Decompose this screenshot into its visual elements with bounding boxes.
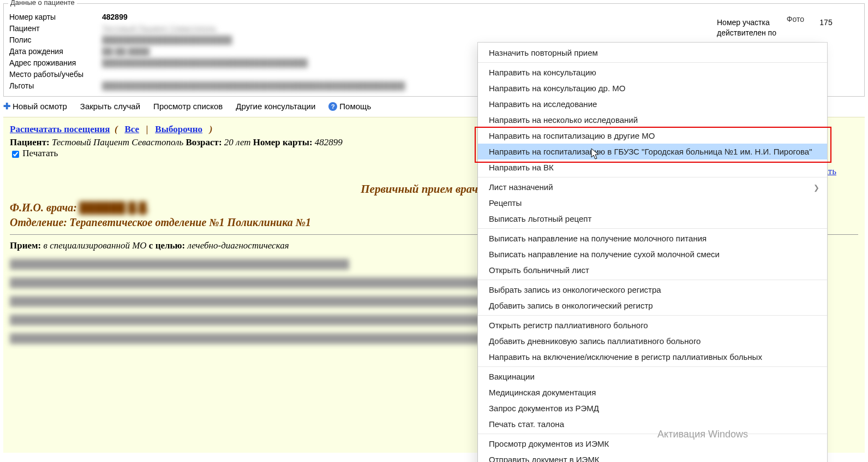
menu-separator [478, 228, 827, 229]
dept-value: Терапевтическое отделение №1 Поликлиника… [69, 216, 311, 228]
menu-item[interactable]: Вакцинации [478, 369, 827, 384]
visit-title: Первичный прием врача: [361, 182, 487, 196]
view-lists-button[interactable]: Просмотр списков [153, 102, 223, 111]
recept-lbl1: Прием: [10, 240, 41, 251]
valid-label: действителен по [717, 28, 804, 37]
benefits-value: ████████████████████████████████████████… [102, 80, 405, 91]
menu-item[interactable]: Запрос документов из РЭМД [478, 400, 827, 416]
menu-item[interactable]: Добавить дневниковую запись паллиативног… [478, 333, 827, 349]
menu-item[interactable]: Отправить документ в ИЭМК [478, 452, 827, 462]
recept-val2: лечебно-диагностическая [187, 240, 289, 251]
new-exam-button[interactable]: ✚Новый осмотр [3, 101, 67, 111]
dob-value: ██.██.████ [102, 46, 149, 57]
patient-name-label: Пациент [9, 23, 102, 34]
work-label: Место работы/учебы [9, 69, 102, 80]
print-checkbox[interactable] [12, 151, 19, 158]
print-check-label: Печатать [22, 148, 58, 158]
other-consultations-button[interactable]: Другие консультации [236, 102, 315, 111]
patient-value: Тестовый Пациент Севастополь [52, 137, 183, 147]
all-link[interactable]: Все [124, 124, 139, 134]
doctor-label: Ф.И.О. врача: [10, 202, 77, 214]
menu-separator [478, 177, 827, 177]
help-button[interactable]: ?Помощь [328, 102, 371, 111]
card-value: 482899 [102, 11, 128, 22]
photo-label: Фото [787, 15, 804, 23]
close-case-button[interactable]: Закрыть случай [80, 102, 140, 111]
selective-link[interactable]: Выборочно [155, 124, 202, 134]
policy-value: ████████████████████████ [102, 34, 232, 45]
menu-item[interactable]: Направить на включение/исключение в реги… [478, 349, 827, 365]
card-lbl2: Номер карты: [253, 137, 313, 147]
menu-item[interactable]: Направить на исследование [478, 96, 827, 112]
menu-item[interactable]: Медицинская документация [478, 384, 827, 400]
menu-item[interactable]: Открыть больничный лист [478, 262, 827, 278]
menu-item[interactable]: Направить на ВК [478, 159, 827, 175]
print-visits-link[interactable]: Распечатать посещения [10, 124, 110, 134]
menu-item[interactable]: Рецепты [478, 195, 827, 211]
menu-separator [478, 366, 827, 367]
menu-item[interactable]: Открыть регистр паллиативного больного [478, 317, 827, 333]
patient-name-link[interactable]: Тестовый Пациент Севастополь [102, 23, 217, 34]
frame-title: Данные о пациенте [8, 0, 77, 7]
menu-item[interactable]: Печать стат. талона [478, 416, 827, 432]
patient-label: Пациент: [10, 137, 50, 147]
menu-item[interactable]: Назначить повторный прием [478, 45, 827, 61]
dob-label: Дата рождения [9, 46, 102, 57]
age-label: Возраст: [185, 137, 222, 147]
menu-item[interactable]: Направить на госпитализацию в ГБУЗС "Гор… [478, 144, 827, 159]
recept-lbl2: с целью: [149, 240, 185, 251]
menu-separator [478, 434, 827, 434]
menu-item[interactable]: Выписать направление на получение молочн… [478, 230, 827, 246]
menu-separator [478, 315, 827, 316]
card-label: Номер карты [9, 11, 102, 22]
addr-label: Адрес проживания [9, 57, 102, 68]
age-value: 20 лет [224, 137, 251, 147]
menu-separator [478, 62, 827, 63]
menu-item[interactable]: Просмотр документов из ИЭМК [478, 436, 827, 452]
help-icon: ? [328, 102, 337, 111]
menu-item[interactable]: Лист назначений❯ [478, 179, 827, 195]
menu-item[interactable]: Направить на несколько исследований [478, 112, 827, 128]
doctor-value: ██████ █.█. [79, 202, 149, 214]
menu-item[interactable]: Направить на консультацию [478, 64, 827, 80]
addr-value: ██████████████████████████████████████ [102, 57, 308, 68]
dept-label: Отделение: [10, 216, 67, 228]
menu-item[interactable]: Выписать направление на получение сухой … [478, 246, 827, 262]
menu-item[interactable]: Направить на госпитализацию в другие МО [478, 128, 827, 144]
menu-item[interactable]: Выписать льготный рецепт [478, 211, 827, 227]
new-exam-label: Новый осмотр [13, 102, 67, 111]
plus-icon: ✚ [3, 101, 10, 111]
recept-val1: в специализированной МО [44, 240, 147, 251]
benefits-label: Льготы [9, 80, 102, 91]
context-menu: Назначить повторный приемНаправить на ко… [478, 43, 827, 462]
menu-separator [478, 280, 827, 280]
card-val2: 482899 [315, 137, 343, 147]
menu-item[interactable]: Выбрать запись из онкологического регист… [478, 282, 827, 298]
chevron-right-icon: ❯ [813, 182, 819, 192]
policy-label: Полис [9, 34, 102, 45]
menu-item[interactable]: Добавить запись в онкологический регистр [478, 298, 827, 313]
site-value: 175 [804, 18, 848, 27]
menu-item[interactable]: Направить на консультацию др. МО [478, 80, 827, 96]
